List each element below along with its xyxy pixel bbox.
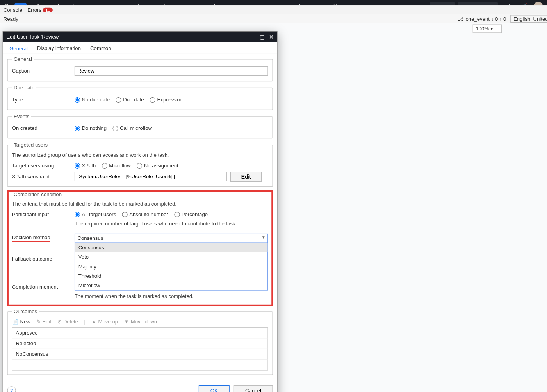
general-legend: General xyxy=(12,56,34,62)
target-radio-xpath[interactable]: XPath xyxy=(75,163,96,169)
caption-label: Caption xyxy=(12,68,75,74)
target-radio-no-assignment[interactable]: No assignment xyxy=(137,163,178,169)
cancel-button[interactable]: Cancel xyxy=(233,385,273,392)
dd-option-threshold[interactable]: Threshold xyxy=(75,271,267,280)
chevron-down-icon: ▼ xyxy=(262,235,265,239)
dialog-tab-common[interactable]: Common xyxy=(86,43,116,53)
oncreated-label: On created xyxy=(12,125,75,131)
outcome-item[interactable]: NoConcensus xyxy=(12,349,268,360)
dialog-maximize-icon[interactable]: ▢ xyxy=(260,34,265,40)
outcome-moveup-button[interactable]: ▲ Move up xyxy=(91,319,118,325)
participant-radio-absolute[interactable]: Absolute number xyxy=(122,211,168,217)
outcomes-list: Approved Rejected NoConcensus xyxy=(12,327,268,371)
dialog-close-icon[interactable]: ✕ xyxy=(269,34,274,40)
decision-method-value[interactable]: Consensus xyxy=(75,234,268,243)
participant-helper-text: The required number of target users who … xyxy=(75,221,268,227)
decision-method-dropdown-list: Consensus Veto Majority Threshold Microf… xyxy=(75,243,268,291)
xpath-label: XPath constraint xyxy=(12,174,75,179)
caption-input[interactable] xyxy=(75,66,268,76)
error-count-badge: 10 xyxy=(43,7,53,12)
language-selector[interactable]: English, United States (default) ▾ xyxy=(510,15,547,23)
dd-option-veto[interactable]: Veto xyxy=(75,252,267,262)
errors-tab[interactable]: Errors 10 xyxy=(27,7,53,12)
outcomes-legend: Outcomes xyxy=(12,309,39,314)
completion-legend: Completion condition xyxy=(12,192,64,197)
xpath-constraint-input[interactable] xyxy=(75,172,227,181)
dd-option-microflow[interactable]: Microflow xyxy=(75,280,267,290)
events-legend: Events xyxy=(12,114,31,119)
targeted-helper-text: The authorized group of users who can ac… xyxy=(12,152,268,158)
participant-radio-all[interactable]: All target users xyxy=(75,211,116,217)
outcome-delete-button[interactable]: ⊘ Delete xyxy=(57,319,78,325)
bottom-tabs: Console Errors 10 xyxy=(0,5,547,14)
dialog-tab-display-info[interactable]: Display information xyxy=(32,43,86,53)
zoom-select[interactable]: 100% ▾ xyxy=(473,24,502,33)
status-ready: Ready xyxy=(4,16,18,21)
duedate-fieldset: Due date Type No due date Due date Expre… xyxy=(7,85,273,110)
type-radio-due-date[interactable]: Due date xyxy=(116,97,144,103)
help-icon[interactable]: ? xyxy=(7,386,16,392)
completion-helper-text: The criteria that must be fulfilled for … xyxy=(12,201,268,207)
targeted-legend: Targeted users xyxy=(12,142,50,148)
completion-moment-label: Completion moment xyxy=(12,284,75,290)
outcome-movedown-button[interactable]: ▼ Move down xyxy=(124,319,157,325)
outcomes-fieldset: Outcomes 📄 New ✎ Edit ⊘ Delete | ▲ Move … xyxy=(7,309,273,375)
completion-condition-highlight: Completion condition The criteria that m… xyxy=(7,190,273,306)
decision-method-label: Decision method xyxy=(12,234,50,242)
outcome-edit-button[interactable]: ✎ Edit xyxy=(36,319,51,325)
participant-label: Participant input xyxy=(12,211,75,217)
dd-option-consensus[interactable]: Consensus xyxy=(75,243,267,252)
target-radio-microflow[interactable]: Microflow xyxy=(102,163,131,169)
target-using-label: Target users using xyxy=(12,163,75,169)
completion-fieldset: Completion condition The criteria that m… xyxy=(9,192,271,302)
type-label: Type xyxy=(12,97,75,103)
console-tab[interactable]: Console xyxy=(4,7,22,12)
decision-method-select[interactable]: Consensus ▼ Consensus Veto Majority Thre… xyxy=(75,234,268,243)
dd-option-majority[interactable]: Majority xyxy=(75,262,267,271)
participant-radio-percentage[interactable]: Percentage xyxy=(174,211,208,217)
oncreated-radio-do-nothing[interactable]: Do nothing xyxy=(75,125,107,131)
dialog-titlebar[interactable]: Edit User Task 'Review' ▢ ✕ xyxy=(3,32,277,42)
ok-button[interactable]: OK xyxy=(199,385,229,392)
outcome-item[interactable]: Rejected xyxy=(12,338,268,349)
edit-xpath-button[interactable]: Edit xyxy=(230,172,262,181)
targeted-users-fieldset: Targeted users The authorized group of u… xyxy=(7,142,273,187)
events-fieldset: Events On created Do nothing Call microf… xyxy=(7,114,273,139)
outcome-item-empty xyxy=(12,360,268,370)
type-radio-expression[interactable]: Expression xyxy=(150,97,183,103)
type-radio-no-due-date[interactable]: No due date xyxy=(75,97,110,103)
dialog-tab-general[interactable]: General xyxy=(5,44,32,53)
moment-helper-text: The moment when the task is marked as co… xyxy=(75,293,268,299)
outcome-item[interactable]: Approved xyxy=(12,328,268,338)
oncreated-radio-call-microflow[interactable]: Call microflow xyxy=(112,125,152,131)
status-bar: Ready ⎇ one_event ↓ 0 ↑ 0 English, Unite… xyxy=(0,14,547,23)
edit-user-task-dialog: Edit User Task 'Review' ▢ ✕ General Disp… xyxy=(3,31,278,392)
outcome-new-button[interactable]: 📄 New xyxy=(12,319,30,325)
dialog-title: Edit User Task 'Review' xyxy=(6,34,59,40)
duedate-legend: Due date xyxy=(12,85,36,90)
general-fieldset: General Caption xyxy=(7,56,273,82)
branch-indicator[interactable]: ⎇ one_event ↓ 0 ↑ 0 xyxy=(458,16,506,21)
fallback-label: Fallback outcome xyxy=(12,256,75,262)
